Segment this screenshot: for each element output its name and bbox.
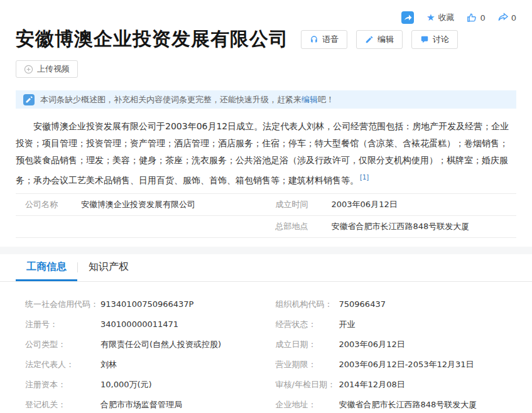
summary-paragraph: 安徽博澳企业投资发展有限公司于2003年06月12日成立。法定代表人刘林，公司经… — [16, 118, 516, 189]
empty-cell — [16, 221, 266, 232]
field-value: 750966437 — [339, 299, 386, 309]
top-action-bar: ★ 收藏 0 0 — [0, 0, 532, 25]
detail-cell: 登记机关： 合肥市市场监督管理局 — [16, 399, 266, 410]
baike-entry-page: ★ 收藏 0 0 安徽博澳企业投资发展有限公司 语音 — [0, 0, 532, 413]
detail-cell: 企业地址： 安徽省合肥市长江西路848号联发大厦 — [266, 399, 517, 410]
detail-cell: 成立日期： 2003年06月12日 — [266, 339, 517, 350]
detail-cell: 公司类型： 有限责任公司(自然人投资或控股) — [16, 339, 266, 350]
voice-label: 语音 — [322, 34, 339, 45]
field-label: 成立日期： — [266, 339, 339, 350]
detail-cell: 经营状态： 开业 — [266, 319, 517, 330]
table-row: 注册资本： 10,000万(元) 审核/年检日期： 2014年12月08日 — [16, 375, 516, 395]
upload-row: 上传视频 — [0, 60, 532, 78]
share-button[interactable]: 0 — [498, 13, 516, 23]
field-label: 经营状态： — [266, 319, 339, 330]
basic-info-table: 公司名称 安徽博澳企业投资发展有限公司 成立时间 2003年06月12日 总部地… — [16, 193, 516, 238]
title-row: 安徽博澳企业投资发展有限公司 语音 编辑 讨论 — [0, 26, 532, 52]
upload-video-label: 上传视频 — [37, 63, 70, 75]
field-value: 2003年06月12日-2053年12月31日 — [339, 359, 474, 370]
upload-video-button[interactable]: 上传视频 — [16, 60, 78, 78]
field-label: 法定代表人： — [16, 359, 100, 370]
table-row: 总部地点 安徽省合肥市长江西路848号联发大厦 — [16, 215, 516, 237]
business-info-table: 统一社会信用代码： 91340100750966437P 组织机构代码： 750… — [16, 294, 516, 413]
detail-cell: 营业期限： 2003年06月12日-2053年12月31日 — [266, 359, 517, 370]
favorite-label: 收藏 — [438, 12, 454, 23]
notice-text-before: 本词条缺少概述图，补充相关内容使词条更完整，还能快速升级，赶紧来 — [40, 95, 301, 104]
field-value: 2003年06月12日 — [332, 199, 398, 210]
notice-edit-link[interactable]: 编辑 — [301, 95, 318, 104]
field-value: 安徽省合肥市长江西路848号联发大厦 — [332, 221, 470, 232]
field-value: 合肥市市场监督管理局 — [100, 399, 182, 410]
field-value: 91340100750966437P — [100, 299, 193, 309]
founded-cell: 成立时间 2003年06月12日 — [266, 199, 517, 210]
plus-circle-icon — [24, 65, 33, 74]
detail-cell: 法定代表人： 刘林 — [16, 359, 266, 370]
voice-button[interactable]: 语音 — [301, 30, 347, 49]
detail-cell: 注册资本： 10,000万(元) — [16, 379, 266, 390]
field-value: 340100000011471 — [100, 319, 178, 329]
field-label: 注册号： — [16, 319, 100, 330]
field-label: 公司名称 — [16, 199, 81, 210]
edit-button[interactable]: 编辑 — [356, 30, 403, 49]
detail-cell: 组织机构代码： 750966437 — [266, 299, 517, 310]
like-count: 0 — [480, 13, 485, 23]
field-label: 审核/年检日期： — [266, 379, 339, 390]
field-label: 注册资本： — [16, 379, 100, 390]
page-title: 安徽博澳企业投资发展有限公司 — [16, 26, 288, 52]
field-value: 安徽博澳企业投资发展有限公司 — [81, 199, 195, 210]
reference-link[interactable]: [1] — [360, 174, 369, 181]
company-name-cell: 公司名称 安徽博澳企业投资发展有限公司 — [16, 199, 266, 210]
table-row: 公司名称 安徽博澳企业投资发展有限公司 成立时间 2003年06月12日 — [16, 193, 516, 215]
field-label: 成立时间 — [266, 199, 332, 210]
field-label: 登记机关： — [16, 399, 100, 410]
table-row: 登记机关： 合肥市市场监督管理局 企业地址： 安徽省合肥市长江西路848号联发大… — [16, 395, 516, 413]
pencil-icon — [365, 35, 374, 44]
favorite-button[interactable]: ★ 收藏 — [426, 12, 454, 23]
thumb-up-icon — [467, 13, 477, 23]
field-value: 安徽省合肥市长江西路848号联发大厦 — [339, 399, 477, 410]
detail-cell: 注册号： 340100000011471 — [16, 319, 266, 330]
field-value: 开业 — [339, 319, 356, 330]
star-icon: ★ — [426, 13, 435, 23]
discuss-bubble-icon — [420, 35, 429, 44]
voice-icon — [310, 35, 318, 44]
detail-cell: 审核/年检日期： 2014年12月08日 — [266, 379, 517, 390]
field-value: 10,000万(元) — [100, 379, 152, 390]
table-row: 法定代表人： 刘林 营业期限： 2003年06月12日-2053年12月31日 — [16, 355, 516, 375]
table-row: 统一社会信用代码： 91340100750966437P 组织机构代码： 750… — [16, 294, 516, 314]
field-label: 总部地点 — [266, 221, 332, 232]
blue-forward-icon — [401, 11, 414, 24]
field-label: 公司类型： — [16, 339, 100, 350]
field-value: 刘林 — [100, 359, 117, 370]
discuss-label: 讨论 — [433, 34, 449, 45]
like-button[interactable]: 0 — [467, 13, 485, 23]
notice-banner: 本词条缺少概述图，补充相关内容使词条更完整，还能快速升级，赶紧来编辑吧！ — [16, 90, 516, 109]
hq-cell: 总部地点 安徽省合肥市长江西路848号联发大厦 — [266, 221, 517, 232]
field-label: 统一社会信用代码： — [16, 299, 100, 310]
tab-bar: 工商信息 知识产权 — [0, 254, 532, 282]
notice-pencil-icon — [23, 94, 35, 105]
notice-text: 本词条缺少概述图，补充相关内容使词条更完整，还能快速升级，赶紧来编辑吧！ — [40, 94, 334, 105]
field-value: 2003年06月12日 — [339, 339, 405, 350]
notice-text-after: 吧！ — [318, 95, 334, 104]
tab-intellectual-property[interactable]: 知识产权 — [78, 254, 139, 281]
discuss-button[interactable]: 讨论 — [411, 30, 458, 49]
field-label: 企业地址： — [266, 399, 339, 410]
share-count: 0 — [511, 13, 516, 23]
field-value: 2014年12月08日 — [339, 379, 405, 390]
detail-cell: 统一社会信用代码： 91340100750966437P — [16, 299, 266, 310]
summary-text: 安徽博澳企业投资发展有限公司于2003年06月12日成立。法定代表人刘林，公司经… — [16, 121, 509, 185]
table-row: 公司类型： 有限责任公司(自然人投资或控股) 成立日期： 2003年06月12日 — [16, 335, 516, 355]
field-label: 营业期限： — [266, 359, 339, 370]
table-row: 注册号： 340100000011471 经营状态： 开业 — [16, 314, 516, 335]
tab-business-info[interactable]: 工商信息 — [16, 254, 77, 281]
field-value: 有限责任公司(自然人投资或控股) — [100, 339, 221, 350]
field-label: 组织机构代码： — [266, 299, 339, 310]
edit-label: 编辑 — [377, 34, 394, 45]
section-divider — [0, 247, 532, 254]
quick-share-button[interactable] — [401, 11, 414, 24]
share-icon — [498, 13, 508, 23]
